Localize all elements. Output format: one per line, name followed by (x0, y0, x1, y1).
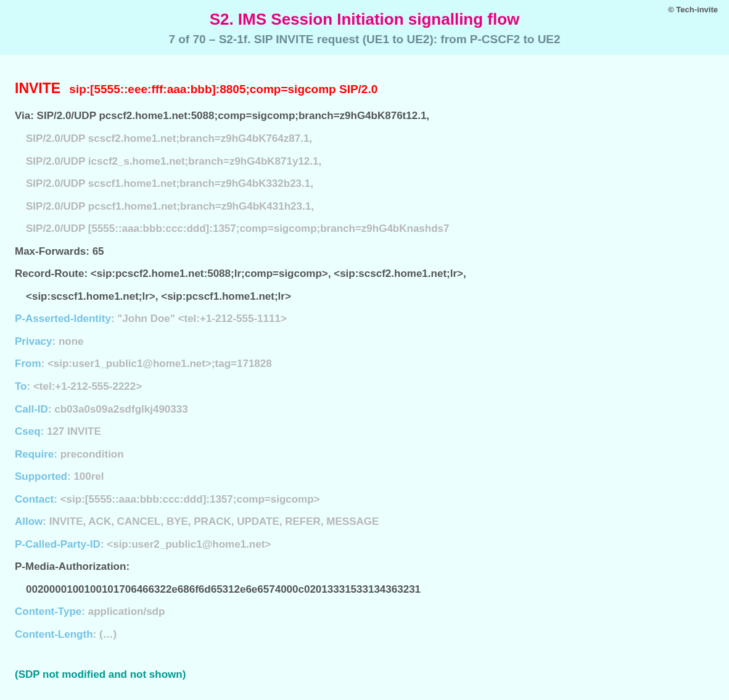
header-value: : 127 INVITE (41, 426, 101, 437)
via-header-cont: SIP/2.0/UDP icscf2_s.home1.net;branch=z9… (15, 150, 714, 173)
header-value: : "John Doe" <tel:+1-212-555-1111> (111, 313, 287, 324)
header-value: : application/sdp (81, 606, 165, 617)
require-header: Require: precondition (15, 443, 714, 466)
header-name: Content-Length (15, 628, 93, 640)
header-name: Content-Type (15, 606, 81, 617)
content-length-header: Content-Length: (…) (15, 624, 714, 646)
copyright-text: © Tech-invite (668, 5, 718, 14)
call-id-header: Call-ID: cb03a0s09a2sdfglkj490333 (15, 398, 714, 421)
to-header: To: <tel:+1-212-555-2222> (15, 376, 714, 398)
cseq-header: Cseq: 127 INVITE (15, 421, 714, 443)
header-name: From (15, 358, 41, 369)
p-media-authorization-value: 0020000100100101706466322e686f6d65312e6e… (15, 579, 714, 601)
from-header: From: <sip:user1_public1@home1.net>;tag=… (15, 353, 714, 376)
via-header-cont: SIP/2.0/UDP scscf1.home1.net;branch=z9hG… (15, 173, 714, 196)
via-header-cont: SIP/2.0/UDP scscf2.home1.net;branch=z9hG… (15, 128, 714, 150)
header-value: : precondition (54, 448, 123, 460)
content-type-header: Content-Type: application/sdp (15, 601, 714, 624)
header-name: P-Asserted-Identity (15, 313, 111, 324)
header-name: Allow (15, 516, 43, 527)
header-name: Require (15, 448, 54, 460)
sip-message-body: INVITE sip:[5555::eee:fff:aaa:bbb]:8805;… (0, 55, 729, 700)
privacy-header: Privacy: none (15, 331, 714, 353)
record-route-cont: <sip:scscf1.home1.net;lr>, <sip:pcscf1.h… (15, 286, 714, 308)
header-value: : INVITE, ACK, CANCEL, BYE, PRACK, UPDAT… (43, 516, 379, 527)
allow-header: Allow: INVITE, ACK, CANCEL, BYE, PRACK, … (15, 511, 714, 533)
supported-header: Supported: 100rel (15, 466, 714, 488)
header-name: Call-ID (15, 403, 48, 415)
max-forwards-header: Max-Forwards: 65 (15, 241, 714, 263)
header-value: : (…) (93, 628, 117, 640)
via-header-cont: SIP/2.0/UDP [5555::aaa:bbb:ccc:ddd]:1357… (15, 218, 714, 241)
sdp-note: (SDP not modified and not shown) (15, 664, 714, 686)
header-name: To (15, 381, 27, 392)
header-name: Supported (15, 471, 67, 482)
page-title: S2. IMS Session Initiation signalling fl… (12, 7, 717, 29)
record-route-header: Record-Route: <sip:pcscf2.home1.net:5088… (15, 263, 714, 286)
p-media-authorization-header: P-Media-Authorization: (15, 556, 714, 579)
header-value: : <sip:user2_public1@home1.net> (101, 538, 271, 550)
request-line: INVITE sip:[5555::eee:fff:aaa:bbb]:8805;… (15, 73, 714, 104)
header-value: : cb03a0s09a2sdfglkj490333 (48, 403, 188, 415)
header-value: : 100rel (67, 471, 104, 482)
document-page: © Tech-invite S2. IMS Session Initiation… (0, 0, 729, 700)
header-value: : <sip:[5555::aaa:bbb:ccc:ddd]:1357;comp… (54, 493, 319, 505)
p-called-party-id-header: P-Called-Party-ID: <sip:user2_public1@ho… (15, 533, 714, 556)
header-value: : <tel:+1-212-555-2222> (27, 381, 142, 392)
header-value: : <sip:user1_public1@home1.net>;tag=1718… (41, 358, 272, 369)
header-name: Cseq (15, 426, 41, 437)
sip-request-uri: sip:[5555::eee:fff:aaa:bbb]:8805;comp=si… (69, 83, 377, 96)
header-name: Privacy (15, 336, 52, 347)
p-asserted-identity-header: P-Asserted-Identity: "John Doe" <tel:+1-… (15, 308, 714, 331)
sip-method: INVITE (15, 80, 60, 96)
header-value: : none (52, 336, 84, 347)
page-subtitle: 7 of 70 – S2-1f. SIP INVITE request (UE1… (12, 33, 717, 46)
via-header-cont: SIP/2.0/UDP pcscf1.home1.net;branch=z9hG… (15, 196, 714, 218)
header-banner: © Tech-invite S2. IMS Session Initiation… (0, 0, 729, 55)
header-name: Contact (15, 493, 54, 505)
header-name: P-Called-Party-ID (15, 538, 101, 550)
contact-header: Contact: <sip:[5555::aaa:bbb:ccc:ddd]:13… (15, 488, 714, 511)
via-header-first: Via: SIP/2.0/UDP pcscf2.home1.net:5088;c… (15, 105, 714, 128)
